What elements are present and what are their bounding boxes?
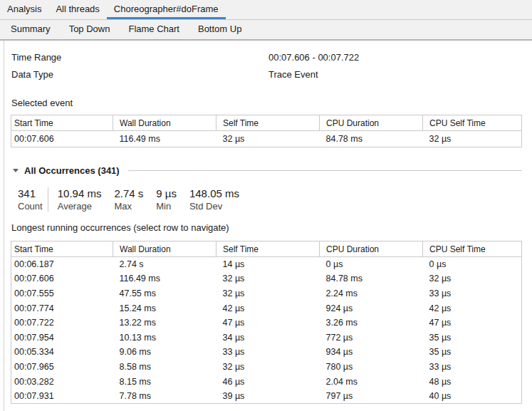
stat-std-dev: 148.05 ms Std Dev — [189, 187, 239, 212]
cell-cpu-duration: 2.04 ms — [320, 374, 423, 389]
col-cpu-duration: CPU Duration — [320, 241, 423, 257]
table-header-row: Start Time Wall Duration Self Time CPU D… — [11, 115, 522, 131]
tab-choreographer-doframe[interactable]: Choreographer#doFrame — [107, 0, 226, 19]
tab-flame-chart[interactable]: Flame Chart — [119, 20, 189, 39]
summary-info: Time Range 00:07.606 - 00:07.722 Data Ty… — [11, 53, 532, 80]
cell-cpu-duration: 934 µs — [320, 345, 423, 360]
table-row[interactable]: 00:07.606 116.49 ms 32 µs 84.78 ms 32 µs — [11, 271, 522, 286]
stat-min: 9 µs Min — [156, 187, 177, 212]
all-occurrences-header[interactable]: All Occurrences (341) — [13, 165, 522, 176]
cell-start-time: 00:07.774 — [11, 301, 113, 316]
cell-cpu-duration: 772 µs — [320, 330, 423, 345]
col-self-time: Self Time — [217, 241, 320, 257]
cell-cpu-duration: 3.26 ms — [320, 316, 423, 331]
stat-min-label: Min — [156, 201, 177, 212]
cell-start-time: 00:07.954 — [11, 330, 113, 345]
panel-left-border — [4, 41, 4, 411]
cell-cpu-self-time: 40 µs — [423, 389, 522, 404]
cell-start-time: 00:07.555 — [11, 286, 113, 301]
cell-wall-duration: 116.49 ms — [113, 131, 217, 147]
table-row[interactable]: 00:07.965 8.58 ms 32 µs 780 µs 33 µs — [11, 360, 522, 375]
stat-count-value: 341 — [18, 187, 43, 199]
cell-wall-duration: 13.22 ms — [113, 316, 217, 331]
cell-cpu-self-time: 35 µs — [423, 345, 522, 360]
cell-self-time: 42 µs — [217, 301, 320, 316]
tab-all-threads[interactable]: All threads — [48, 0, 106, 19]
cell-cpu-duration: 780 µs — [320, 360, 423, 375]
stat-count: 341 Count — [18, 187, 43, 212]
cell-cpu-self-time: 48 µs — [423, 374, 522, 389]
cell-wall-duration: 7.78 ms — [113, 389, 217, 404]
table-row[interactable]: 00:05.334 9.06 ms 33 µs 934 µs 35 µs — [11, 345, 522, 360]
cell-cpu-self-time: 35 µs — [423, 330, 522, 345]
cell-wall-duration: 15.24 ms — [113, 301, 217, 316]
cell-start-time: 00:07.606 — [11, 131, 113, 147]
col-self-time: Self Time — [217, 115, 320, 131]
cell-cpu-self-time: 42 µs — [423, 301, 522, 316]
cell-self-time: 47 µs — [217, 316, 320, 331]
col-cpu-duration: CPU Duration — [320, 115, 423, 131]
cell-cpu-self-time: 33 µs — [423, 286, 522, 301]
stat-divider — [48, 187, 48, 212]
longest-occurrences-title: Longest running occurrences (select row … — [11, 223, 532, 233]
data-type-value: Trace Event — [268, 70, 318, 80]
cell-self-time: 32 µs — [217, 271, 320, 286]
time-range-value: 00:07.606 - 00:07.722 — [268, 53, 359, 63]
cell-cpu-duration: 924 µs — [320, 301, 423, 316]
cell-self-time: 32 µs — [217, 360, 320, 375]
col-cpu-self-time: CPU Self Time — [423, 115, 522, 131]
tab-summary[interactable]: Summary — [1, 20, 60, 39]
stat-max-value: 2.74 s — [114, 187, 143, 199]
cell-cpu-duration: 0 µs — [320, 257, 423, 272]
table-row[interactable]: 00:07.555 47.55 ms 32 µs 2.24 ms 33 µs — [11, 286, 522, 301]
cell-start-time: 00:07.606 — [11, 271, 113, 286]
cell-self-time: 33 µs — [217, 345, 320, 360]
longest-occurrences-table: Start Time Wall Duration Self Time CPU D… — [11, 241, 522, 404]
cell-self-time: 14 µs — [217, 257, 320, 272]
cell-cpu-self-time: 0 µs — [423, 257, 522, 272]
cell-wall-duration: 2.74 s — [113, 257, 217, 272]
time-range-row: Time Range 00:07.606 - 00:07.722 — [11, 53, 532, 63]
tab-bottom-up[interactable]: Bottom Up — [189, 20, 251, 39]
table-row[interactable]: 00:06.187 2.74 s 14 µs 0 µs 0 µs — [11, 257, 522, 272]
cell-start-time: 00:07.965 — [11, 360, 113, 375]
cell-start-time: 00:07.931 — [11, 389, 113, 404]
cell-cpu-duration: 2.24 ms — [320, 286, 423, 301]
table-row[interactable]: 00:07.931 7.78 ms 39 µs 797 µs 40 µs — [11, 389, 522, 404]
selected-event-title: Selected event — [11, 98, 532, 108]
stat-max: 2.74 s Max — [114, 187, 143, 212]
tab-top-down[interactable]: Top Down — [60, 20, 120, 39]
stat-min-value: 9 µs — [156, 187, 177, 199]
cell-wall-duration: 10.13 ms — [113, 330, 217, 345]
cell-cpu-duration: 84.78 ms — [320, 271, 423, 286]
stat-std-dev-value: 148.05 ms — [189, 187, 239, 199]
cell-cpu-self-time: 32 µs — [423, 131, 522, 147]
cell-self-time: 46 µs — [217, 374, 320, 389]
stat-max-label: Max — [114, 201, 143, 212]
thread-tab-bar: Analysis All threads Choreographer#doFra… — [0, 0, 532, 20]
tab-analysis[interactable]: Analysis — [0, 0, 48, 19]
table-row[interactable]: 00:07.722 13.22 ms 47 µs 3.26 ms 47 µs — [11, 316, 522, 331]
stat-average-label: Average — [58, 201, 102, 212]
cell-cpu-self-time: 32 µs — [423, 271, 522, 286]
occurrence-stats: 341 Count 10.94 ms Average 2.74 s Max 9 … — [18, 187, 532, 212]
all-occurrences-title: All Occurrences (341) — [24, 165, 120, 176]
col-wall-duration: Wall Duration — [113, 241, 217, 257]
cell-self-time: 32 µs — [217, 286, 320, 301]
collapse-arrow-icon[interactable] — [13, 169, 19, 172]
table-header-row: Start Time Wall Duration Self Time CPU D… — [11, 241, 522, 257]
cell-cpu-duration: 797 µs — [320, 389, 423, 404]
data-type-label: Data Type — [11, 70, 268, 80]
stat-average-value: 10.94 ms — [58, 187, 102, 199]
table-row[interactable]: 00:07.774 15.24 ms 42 µs 924 µs 42 µs — [11, 301, 522, 316]
col-start-time: Start Time — [11, 115, 113, 131]
table-row[interactable]: 00:07.954 10.13 ms 34 µs 772 µs 35 µs — [11, 330, 522, 345]
cell-start-time: 00:03.282 — [11, 374, 113, 389]
time-range-label: Time Range — [11, 53, 268, 63]
cell-cpu-duration: 84.78 ms — [320, 131, 423, 147]
cell-wall-duration: 47.55 ms — [113, 286, 217, 301]
table-row[interactable]: 00:03.282 8.15 ms 46 µs 2.04 ms 48 µs — [11, 374, 522, 389]
cell-wall-duration: 8.58 ms — [113, 360, 217, 375]
stat-count-label: Count — [18, 201, 43, 212]
cell-wall-duration: 116.49 ms — [113, 271, 217, 286]
